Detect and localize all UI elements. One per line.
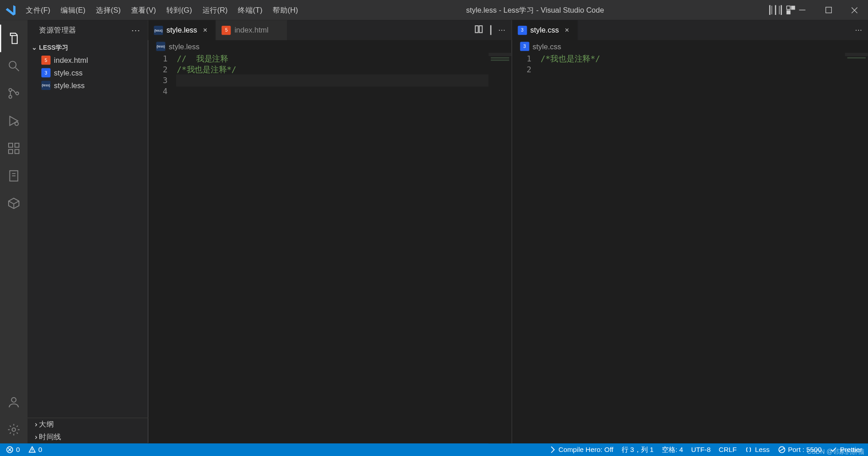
less-file-icon: {less} [41, 81, 50, 90]
menu-item[interactable]: 运行(R) [197, 0, 233, 20]
breadcrumb-file: style.less [169, 42, 199, 51]
layout-controls [767, 6, 788, 14]
menu-item[interactable]: 文件(F) [21, 0, 56, 20]
editor-tab[interactable]: 3style.css× [512, 20, 578, 40]
activity-explorer-icon[interactable] [0, 25, 28, 52]
editor-tab[interactable]: 5index.html [216, 20, 288, 40]
code-editor-right[interactable]: 12 /*我也是注释*/ [512, 53, 868, 444]
code-content-right[interactable]: /*我也是注释*/ [541, 53, 845, 444]
panel-left-icon[interactable] [769, 6, 771, 14]
sidebar-title: 资源管理器 [39, 25, 76, 35]
window-controls [789, 0, 868, 20]
svg-point-1 [9, 89, 12, 91]
close-tab-icon[interactable]: × [201, 26, 210, 34]
svg-rect-7 [15, 150, 19, 154]
editor-tab[interactable]: {less}style.less× [148, 20, 216, 40]
activity-scm-icon[interactable] [0, 80, 28, 107]
split-editor-icon[interactable] [490, 26, 491, 34]
sidebar-more-icon[interactable]: ⋯ [131, 25, 142, 36]
chevron-right-icon: ⌄ [30, 420, 39, 429]
svg-rect-8 [15, 143, 19, 147]
svg-rect-6 [9, 150, 13, 154]
gutter-left: 1234 [148, 53, 177, 444]
menu-item[interactable]: 编辑(E) [56, 0, 91, 20]
tabs-right: 3style.css× ⋯ [512, 20, 868, 40]
maximize-button[interactable] [815, 0, 841, 20]
svg-point-11 [12, 428, 16, 432]
sidebar-section[interactable]: ⌄时间线 [28, 431, 148, 443]
status-warnings[interactable]: 0 [28, 446, 42, 454]
status-eol[interactable]: CRLF [719, 446, 737, 454]
activity-search-icon[interactable] [0, 52, 28, 80]
more-actions-icon[interactable]: ⋯ [855, 26, 863, 34]
close-tab-icon[interactable]: × [562, 26, 571, 34]
window-title: style.less - Less学习 - Visual Studio Code [303, 5, 767, 15]
chevron-down-icon: ⌄ [30, 44, 39, 51]
activity-notes-icon[interactable] [0, 162, 28, 190]
menu-item[interactable]: 帮助(H) [268, 0, 303, 20]
activity-extensions-icon[interactable] [0, 135, 28, 162]
file-name: style.css [54, 68, 82, 77]
status-errors[interactable]: 0 [6, 446, 20, 454]
close-window-button[interactable] [842, 0, 868, 20]
tab-label: style.less [166, 26, 197, 34]
project-name: LESS学习 [39, 43, 68, 52]
code-content-left[interactable]: // 我是注释/*我也是注释*/ [177, 53, 488, 444]
css-file-icon: 3 [518, 25, 527, 34]
breadcrumb-left[interactable]: {less} style.less [148, 40, 511, 53]
activity-package-icon[interactable] [0, 190, 28, 217]
status-encoding[interactable]: UTF-8 [691, 446, 711, 454]
file-item[interactable]: 3style.css [28, 66, 148, 79]
code-editor-left[interactable]: 1234 // 我是注释/*我也是注释*/ [148, 53, 511, 444]
tab-actions-left: ⋯ [468, 20, 511, 40]
workbench: 资源管理器 ⋯ ⌄ LESS学习 5index.html3style.css{l… [0, 20, 868, 443]
project-root[interactable]: ⌄ LESS学习 [28, 41, 148, 54]
menu-item[interactable]: 查看(V) [126, 0, 161, 20]
statusbar: 0 0 Compile Hero: Off 行 3，列 1 空格: 4 UTF-… [0, 443, 868, 456]
activity-bar [0, 20, 28, 443]
file-item[interactable]: {less}style.less [28, 79, 148, 92]
status-language[interactable]: Less [745, 446, 769, 454]
activity-settings-icon[interactable] [0, 416, 28, 443]
sidebar-header: 资源管理器 ⋯ [28, 20, 148, 40]
svg-point-4 [15, 122, 19, 126]
editor-group-1: {less}style.less×5index.html ⋯ {less} st… [148, 20, 511, 443]
vscode-logo-icon [0, 3, 21, 17]
breadcrumb-file: style.css [533, 42, 561, 51]
panel-bottom-icon[interactable] [775, 6, 776, 14]
file-tree: ⌄ LESS学习 5index.html3style.css{less}styl… [28, 40, 148, 418]
menubar: 文件(F)编辑(E)选择(S)查看(V)转到(G)运行(R)终端(T)帮助(H) [21, 0, 303, 20]
minimap-left[interactable] [488, 53, 511, 444]
more-actions-icon[interactable]: ⋯ [498, 26, 506, 34]
sidebar-section[interactable]: ⌄大纲 [28, 418, 148, 431]
tab-label: style.css [530, 26, 559, 34]
less-file-icon: {less} [154, 25, 163, 34]
watermark: CSDN @邻家的胖猫 [807, 447, 864, 456]
svg-rect-13 [479, 26, 482, 33]
file-name: index.html [54, 56, 88, 65]
titlebar: 文件(F)编辑(E)选择(S)查看(V)转到(G)运行(R)终端(T)帮助(H)… [0, 0, 868, 20]
menu-item[interactable]: 转到(G) [161, 0, 197, 20]
activity-run-icon[interactable] [0, 107, 28, 135]
file-name: style.less [54, 81, 85, 89]
tab-actions-right: ⋯ [849, 20, 868, 40]
menu-item[interactable]: 选择(S) [91, 0, 126, 20]
svg-rect-12 [475, 26, 478, 33]
tab-label: index.html [235, 26, 269, 34]
less-file-icon: {less} [156, 42, 165, 51]
minimap-right[interactable] [845, 53, 868, 444]
gutter-right: 12 [512, 53, 540, 444]
menu-item[interactable]: 终端(T) [233, 0, 268, 20]
status-cursor[interactable]: 行 3，列 1 [622, 445, 654, 455]
html-file-icon: 5 [41, 56, 50, 65]
status-spaces[interactable]: 空格: 4 [662, 445, 683, 455]
editor-group-2: 3style.css× ⋯ 3 style.css 12 /*我也是注释*/ [511, 20, 868, 443]
panel-right-icon[interactable] [781, 6, 782, 14]
activity-account-icon[interactable] [0, 388, 28, 416]
file-item[interactable]: 5index.html [28, 54, 148, 66]
svg-point-10 [11, 398, 16, 402]
compare-icon[interactable] [474, 25, 483, 36]
breadcrumb-right[interactable]: 3 style.css [512, 40, 868, 53]
status-compile-hero[interactable]: Compile Hero: Off [548, 446, 613, 454]
minimize-button[interactable] [789, 0, 815, 20]
